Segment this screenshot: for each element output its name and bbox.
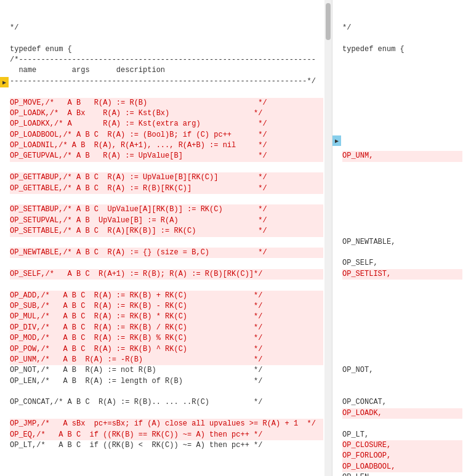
line [10, 258, 323, 268]
line [10, 194, 323, 204]
line [342, 344, 462, 355]
line: */ [342, 23, 462, 33]
line: OP_MOVE,/* A B R(A) := R(B) */ [10, 98, 323, 108]
line: OP_POW,/* A B C R(A) := RK(B) ^ RK(C) */ [10, 344, 323, 355]
line [342, 419, 462, 429]
line: OP_EQ,/* A B C if ((RK(B) == RK(C)) ~= A… [10, 430, 323, 440]
line [342, 65, 462, 76]
line [342, 387, 462, 397]
line [342, 33, 462, 44]
line: OP_NEWTABLE,/* A B C R(A) := {} (size = … [10, 248, 323, 258]
line: OP_SETTABLE,/* A B C R(A)[RK(B)] := RK(C… [10, 226, 323, 236]
line: OP_SUB,/* A B C R(A) := RK(B) - RK(C) */ [10, 301, 323, 312]
line [10, 162, 323, 172]
line: OP_LOADKX,/* A R(A) := Kst(extra arg) */ [10, 119, 323, 129]
line [342, 184, 462, 194]
line: /*--------------------------------------… [10, 55, 323, 65]
line [342, 87, 462, 97]
line: OP_CLOSURE, [342, 440, 462, 451]
line: OP_LEN,/* A B R(A) := length of R(B) */ [10, 376, 323, 387]
line: OP_UNM,/* A B R(A) := -R(B) */ [10, 355, 323, 365]
left-scrollbar[interactable] [324, 0, 332, 476]
line [342, 119, 462, 129]
line [342, 140, 462, 151]
line: OP_LOADNIL,/* A B R(A), R(A+1), ..., R(A… [10, 140, 323, 151]
line [342, 355, 462, 365]
line: OP_SETLIST, [342, 269, 462, 280]
line: OP_NOT, [342, 365, 462, 376]
line [10, 451, 323, 461]
line [10, 87, 323, 97]
left-pane: ▶ */typedef enum {/*--------------------… [0, 0, 332, 476]
line [342, 172, 462, 183]
line: OP_LOADBOOL,/* A B C R(A) := (Bool)B; if… [10, 130, 323, 140]
line [342, 280, 462, 290]
line [10, 280, 323, 290]
line: OP_LOADK,/* A Bx R(A) := Kst(Bx) */ [10, 108, 323, 119]
left-code-content: */typedef enum {/*----------------------… [0, 0, 332, 476]
line [342, 130, 462, 140]
left-arrow-marker: ▶ [0, 77, 9, 87]
line: OP_GETTABLE,/* A B C R(A) := R(B)[RK(C)]… [10, 184, 323, 194]
line [342, 291, 462, 301]
line: OP_LOADK, [342, 408, 462, 419]
line: typedef enum { [10, 44, 323, 55]
line: OP_JMP,/* A sBx pc+=sBx; if (A) close al… [10, 419, 323, 429]
line [10, 462, 323, 472]
right-code-content: */typedef enum {OP_UNM,OP_NEWTABLE,OP_SE… [332, 0, 471, 476]
line [342, 194, 462, 204]
line: ----------------------------------------… [10, 76, 323, 87]
line: OP_NEWTABLE, [342, 237, 462, 248]
line: OP_SETTABUP,/* A B C UpValue[A][RK(B)] :… [10, 204, 323, 215]
line [342, 226, 462, 236]
line [10, 237, 323, 248]
line [342, 376, 462, 387]
line [342, 162, 462, 172]
right-pane: ▶ */typedef enum {OP_UNM,OP_NEWTABLE,OP_… [332, 0, 471, 476]
line: OP_SELF, [342, 258, 462, 268]
line: OP_GETUPVAL,/* A B R(A) := UpValue[B] */ [10, 151, 323, 161]
line: OP_SETUPVAL,/* A B UpValue[B] := R(A) */ [10, 216, 323, 226]
line [342, 204, 462, 215]
line [342, 108, 462, 119]
line: OP_MUL,/* A B C R(A) := RK(B) * RK(C) */ [10, 312, 323, 322]
line: OP_CONCAT, [342, 397, 462, 408]
line [10, 387, 323, 397]
line [342, 248, 462, 258]
line [342, 98, 462, 108]
line: OP_GETTABUP,/* A B C R(A) := UpValue[B][… [10, 172, 323, 183]
line: OP_SELF,/* A B C R(A+1) := R(B); R(A) :=… [10, 269, 323, 280]
line: */ [10, 23, 323, 33]
line [342, 323, 462, 333]
line [342, 55, 462, 65]
line: OP_ADD,/* A B C R(A) := RK(B) + RK(C) */ [10, 291, 323, 301]
line: OP_MOD,/* A B C R(A) := RK(B) % RK(C) */ [10, 333, 323, 344]
line: OP_LT, [342, 430, 462, 440]
line [342, 333, 462, 344]
line [342, 301, 462, 312]
line: OP_LOADBOOL, [342, 462, 462, 472]
line: OP_FORLOOP, [342, 451, 462, 461]
main-container: ▶ */typedef enum {/*--------------------… [0, 0, 471, 476]
line: OP_NOT,/* A B R(A) := not R(B) */ [10, 365, 323, 376]
line: OP_UNM, [342, 151, 462, 161]
line: typedef enum { [342, 44, 462, 55]
line: OP_LEN, [342, 472, 462, 476]
line: name args description [10, 65, 323, 76]
line: OP_DIV,/* A B C R(A) := RK(B) / RK(C) */ [10, 323, 323, 333]
line [342, 216, 462, 226]
line [10, 33, 323, 44]
right-arrow-marker: ▶ [332, 135, 341, 146]
line: OP_CONCAT,/* A B C R(A) := R(B).. ... ..… [10, 397, 323, 408]
line: OP_LT,/* A B C if ((RK(B) < RK(C)) ~= A)… [10, 440, 323, 451]
line [10, 472, 323, 476]
left-scrollbar-thumb[interactable] [326, 3, 331, 40]
line [342, 312, 462, 322]
line [10, 408, 323, 419]
line [342, 76, 462, 87]
